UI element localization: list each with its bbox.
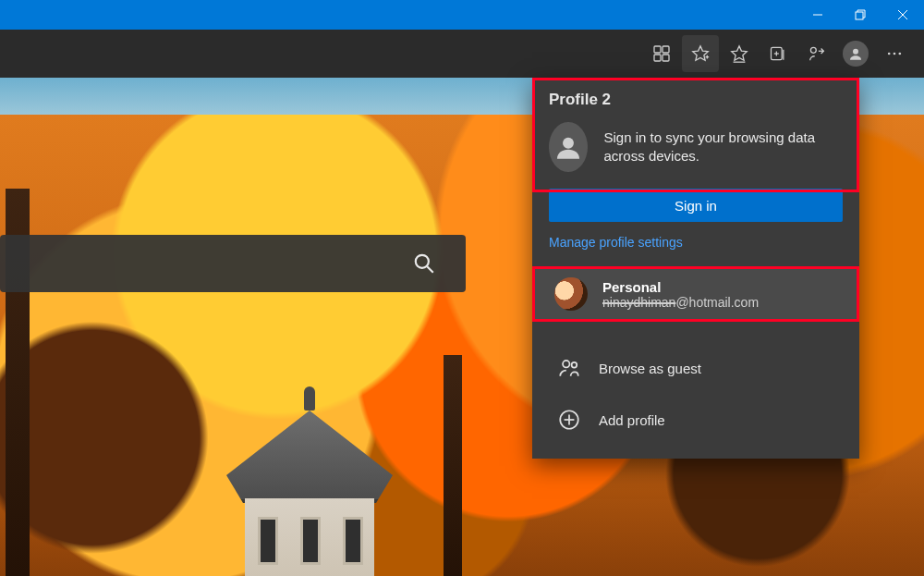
svg-rect-1 (856, 12, 863, 19)
add-icon (556, 407, 582, 433)
svg-point-22 (899, 53, 902, 55)
window-minimize-button[interactable] (796, 0, 839, 30)
sync-message: Sign in to sync your browsing data acros… (604, 129, 843, 166)
window-titlebar (0, 0, 924, 30)
manage-profile-link[interactable]: Manage profile settings (532, 235, 859, 266)
search-input[interactable] (0, 235, 466, 292)
svg-marker-8 (693, 46, 709, 61)
svg-rect-7 (663, 55, 669, 61)
add-favorite-icon[interactable] (682, 35, 719, 72)
browse-as-guest-button[interactable]: Browse as guest (532, 342, 859, 394)
sign-in-label: Sign in (675, 198, 717, 214)
flyout-title: Profile 2 (549, 91, 843, 109)
personal-profile-name: Personal (602, 279, 759, 295)
avatar-icon (843, 41, 869, 67)
guest-label: Browse as guest (599, 361, 701, 376)
svg-point-25 (563, 138, 574, 149)
profile-flyout: Profile 2 Sign in to sync your browsing … (532, 78, 859, 459)
sign-in-button[interactable]: Sign in (549, 189, 843, 222)
window-close-button[interactable] (881, 0, 924, 30)
profile-avatar-icon (549, 122, 588, 172)
svg-point-20 (888, 53, 891, 55)
svg-point-26 (563, 361, 569, 367)
personal-avatar-icon (554, 277, 588, 311)
favorites-icon[interactable] (721, 35, 758, 72)
svg-rect-6 (654, 55, 661, 61)
svg-point-21 (894, 53, 896, 55)
personal-profile-email: ninaydhiman@hotmail.com (602, 295, 759, 310)
svg-rect-5 (663, 46, 669, 53)
svg-point-23 (416, 255, 429, 268)
profile-item-personal[interactable]: Personal ninaydhiman@hotmail.com (532, 266, 859, 322)
guest-icon (556, 355, 582, 381)
svg-point-18 (810, 47, 816, 53)
search-icon (412, 251, 436, 276)
window-restore-button[interactable] (839, 0, 881, 30)
svg-point-19 (853, 49, 858, 55)
profile-button[interactable] (837, 35, 874, 72)
svg-rect-4 (654, 46, 661, 53)
collections-icon[interactable] (760, 35, 796, 72)
share-icon[interactable] (798, 35, 835, 72)
svg-marker-11 (732, 46, 748, 61)
add-profile-button[interactable]: Add profile (532, 394, 859, 446)
add-profile-label: Add profile (599, 412, 665, 428)
svg-line-24 (427, 266, 433, 273)
svg-point-27 (572, 362, 578, 368)
extensions-icon[interactable] (643, 35, 680, 72)
more-icon[interactable] (876, 35, 913, 72)
browser-toolbar (0, 30, 924, 78)
